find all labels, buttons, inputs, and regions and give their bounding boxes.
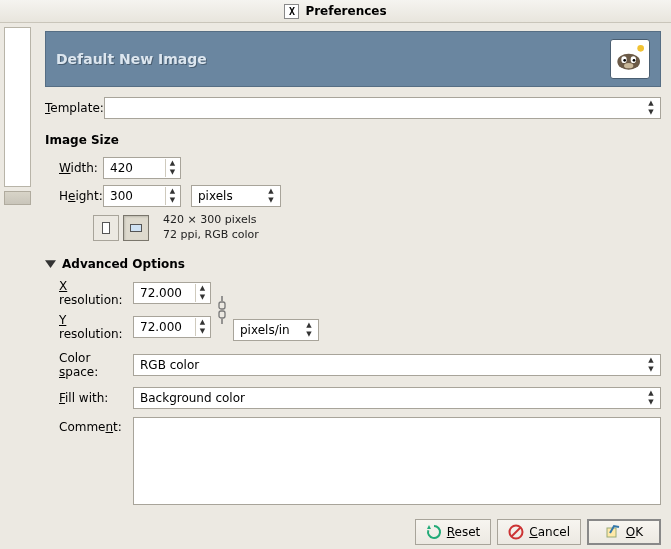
fill-label: Fill with: xyxy=(59,391,133,405)
window-title: Preferences xyxy=(305,4,386,18)
svg-rect-12 xyxy=(219,311,225,318)
colorspace-combo[interactable]: RGB color ▲▼ xyxy=(133,354,661,376)
cancel-label: Cancel xyxy=(529,525,570,539)
resolution-unit-value: pixels/in xyxy=(240,323,290,337)
orientation-portrait-button[interactable] xyxy=(93,215,119,241)
height-label: Height: xyxy=(59,189,103,203)
width-label: Width: xyxy=(59,161,103,175)
orientation-landscape-button[interactable] xyxy=(123,215,149,241)
spin-arrows-icon: ▲▼ xyxy=(195,318,209,336)
colorspace-label: Color space: xyxy=(59,351,133,379)
wilber-icon xyxy=(614,43,646,75)
reset-button[interactable]: Reset xyxy=(415,519,492,545)
yres-label: Y resolution: xyxy=(59,313,133,341)
svg-point-7 xyxy=(624,63,633,68)
fill-combo[interactable]: Background color ▲▼ xyxy=(133,387,661,409)
combo-arrows-icon: ▲▼ xyxy=(644,356,658,374)
width-value: 420 xyxy=(110,161,133,175)
svg-point-6 xyxy=(633,59,636,62)
svg-rect-11 xyxy=(219,302,225,309)
svg-rect-9 xyxy=(131,224,142,231)
spin-arrows-icon: ▲▼ xyxy=(165,159,179,177)
height-value: 300 xyxy=(110,189,133,203)
size-unit-combo[interactable]: pixels ▲▼ xyxy=(191,185,281,207)
page-title: Default New Image xyxy=(56,51,207,67)
landscape-icon xyxy=(129,221,143,235)
image-info-line1: 420 × 300 pixels xyxy=(163,213,259,228)
svg-line-15 xyxy=(512,528,521,537)
image-info-text: 420 × 300 pixels 72 ppi, RGB color xyxy=(163,213,259,243)
reset-icon xyxy=(426,524,442,540)
size-unit-value: pixels xyxy=(198,189,233,203)
ok-button[interactable]: OK xyxy=(587,519,661,545)
advanced-options-label: Advanced Options xyxy=(62,257,185,271)
reset-label: Reset xyxy=(447,525,481,539)
page-icon xyxy=(610,39,650,79)
page-banner: Default New Image xyxy=(45,31,661,87)
height-input[interactable]: 300 ▲▼ xyxy=(103,185,181,207)
comment-textarea[interactable] xyxy=(133,417,661,505)
ok-label: OK xyxy=(626,525,643,539)
xres-value: 72.000 xyxy=(140,286,182,300)
advanced-options-expander[interactable]: Advanced Options xyxy=(45,257,661,271)
chain-link-icon xyxy=(217,295,227,325)
svg-rect-8 xyxy=(103,222,110,233)
template-combo[interactable]: ▲▼ xyxy=(104,97,661,119)
spin-arrows-icon: ▲▼ xyxy=(165,187,179,205)
svg-point-5 xyxy=(623,59,626,62)
cancel-icon xyxy=(508,524,524,540)
ok-icon xyxy=(605,524,621,540)
combo-arrows-icon: ▲▼ xyxy=(264,187,278,205)
width-input[interactable]: 420 ▲▼ xyxy=(103,157,181,179)
combo-arrows-icon: ▲▼ xyxy=(644,99,658,117)
image-size-heading: Image Size xyxy=(45,133,661,147)
svg-point-1 xyxy=(637,45,644,52)
fill-value: Background color xyxy=(140,391,245,405)
colorspace-value: RGB color xyxy=(140,358,199,372)
xres-label: X resolution: xyxy=(59,279,133,307)
svg-marker-13 xyxy=(427,525,431,529)
image-info-line2: 72 ppi, RGB color xyxy=(163,228,259,243)
yres-value: 72.000 xyxy=(140,320,182,334)
svg-marker-10 xyxy=(45,260,56,268)
window-titlebar: X Preferences xyxy=(0,0,671,23)
xres-input[interactable]: 72.000 ▲▼ xyxy=(133,282,211,304)
template-label: Template: xyxy=(45,101,104,115)
combo-arrows-icon: ▲▼ xyxy=(302,321,316,339)
spin-arrows-icon: ▲▼ xyxy=(195,284,209,302)
sidebar-tree-fragment[interactable] xyxy=(4,27,31,187)
comment-label: Comment: xyxy=(59,417,133,434)
yres-input[interactable]: 72.000 ▲▼ xyxy=(133,316,211,338)
resolution-unit-combo[interactable]: pixels/in ▲▼ xyxy=(233,319,319,341)
portrait-icon xyxy=(99,221,113,235)
sidebar-fragment xyxy=(0,23,31,549)
combo-arrows-icon: ▲▼ xyxy=(644,389,658,407)
resolution-link-toggle[interactable] xyxy=(217,295,227,325)
window-app-icon: X xyxy=(284,4,299,19)
expander-open-icon xyxy=(45,258,56,269)
cancel-button[interactable]: Cancel xyxy=(497,519,581,545)
sidebar-selected-fragment[interactable] xyxy=(4,191,31,205)
